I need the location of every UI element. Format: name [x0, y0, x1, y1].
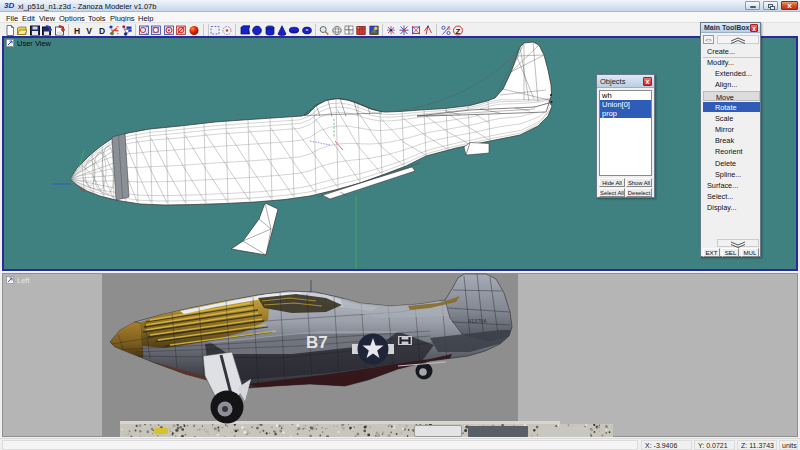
svg-text:B7: B7 [306, 333, 328, 352]
svg-text:413704: 413704 [468, 318, 486, 324]
